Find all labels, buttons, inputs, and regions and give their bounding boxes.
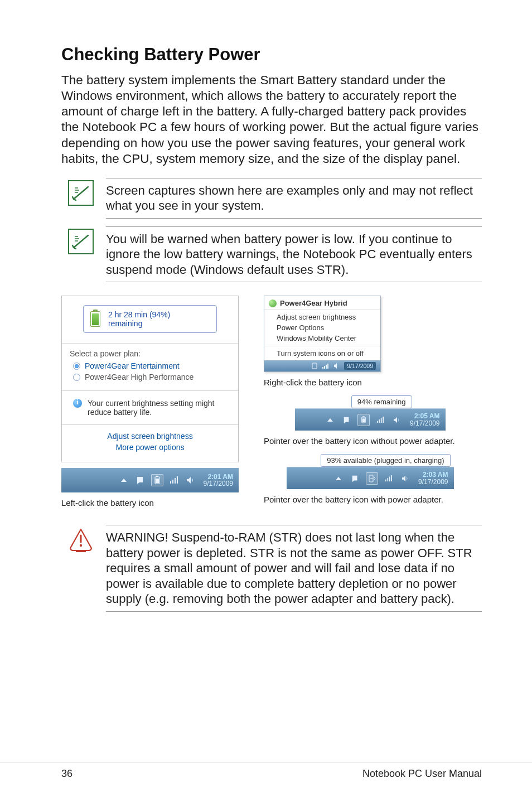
svg-rect-6 [177, 476, 178, 484]
brightness-info-text: Your current brightness setting might re… [88, 399, 229, 417]
battery-tray-icon[interactable] [357, 414, 370, 426]
battery-tooltip-93: 93% available (plugged in, charging) [321, 454, 450, 467]
svg-rect-5 [175, 478, 176, 484]
battery-remaining-balloon: 2 hr 28 min (94%) remaining [83, 305, 217, 333]
svg-rect-18 [383, 417, 384, 423]
plan-option-label: Power4Gear High Performance [85, 373, 194, 381]
svg-rect-4 [172, 480, 173, 484]
svg-rect-14 [362, 418, 365, 422]
volume-icon[interactable] [333, 362, 341, 370]
battery-charging-tray-icon[interactable] [366, 472, 378, 485]
svg-rect-15 [377, 421, 378, 422]
svg-rect-7 [312, 363, 317, 369]
cm-adjust-brightness[interactable]: Adjust screen brightness [277, 312, 380, 322]
note-text-2: You will be warned when battery power is… [106, 226, 482, 283]
radio-unchecked-icon [73, 374, 80, 381]
tray-clock[interactable]: 2:01 AM 9/17/2009 [201, 474, 233, 487]
page-number: 36 [61, 768, 72, 780]
svg-rect-9 [324, 366, 325, 369]
svg-rect-16 [379, 419, 380, 423]
action-center-icon[interactable] [349, 472, 361, 485]
note-block-2: You will be warned when battery power is… [68, 226, 482, 283]
taskbar-nopower: 2:05 AM 9/17/2009 [295, 408, 446, 431]
power4gear-icon [269, 299, 277, 307]
plan-option-high-performance[interactable]: Power4Gear High Performance [73, 373, 230, 381]
svg-rect-20 [385, 479, 386, 481]
network-icon[interactable] [383, 472, 395, 485]
network-icon[interactable] [168, 474, 180, 486]
svg-rect-1 [156, 476, 158, 477]
warning-icon [68, 527, 94, 553]
battery-popup-panel: 2 hr 28 min (94%) remaining Select a pow… [61, 296, 239, 462]
plan-option-entertainment[interactable]: Power4Gear Entertainment [73, 361, 230, 370]
taskbar-left: 2:01 AM 9/17/2009 [61, 468, 239, 492]
show-hidden-icons[interactable] [332, 472, 345, 485]
svg-rect-23 [391, 475, 392, 481]
network-icon[interactable] [374, 414, 386, 426]
adjust-brightness-link[interactable]: Adjust screen brightness [62, 432, 238, 441]
radio-checked-icon [73, 363, 80, 370]
power-plan-label: Select a power plan: [70, 349, 230, 358]
battery-tray-icon[interactable] [151, 474, 163, 486]
cm-turn-system-icons[interactable]: Turn system icons on or off [277, 349, 380, 357]
context-menu-title: Power4Gear Hybrid [280, 299, 347, 307]
cm-power-options[interactable]: Power Options [277, 322, 380, 333]
caption-right-3: Pointer over the battery icon with power… [264, 495, 482, 505]
svg-rect-3 [170, 481, 171, 484]
info-icon [73, 399, 82, 408]
svg-rect-10 [326, 365, 327, 369]
note-block-1: Screen captures shown here are examples … [68, 178, 482, 219]
battery-remaining-text: 2 hr 28 min (94%) remaining [108, 310, 206, 328]
action-center-icon[interactable] [134, 474, 147, 486]
battery-full-icon [90, 311, 100, 327]
note-text-1: Screen captures shown here are examples … [106, 178, 482, 219]
section-title: Checking Battery Power [61, 45, 482, 65]
svg-rect-11 [327, 364, 328, 369]
show-hidden-icons[interactable] [118, 474, 130, 486]
battery-tooltip-94: 94% remaining [351, 395, 412, 408]
body-paragraph: The battery system implements the Smart … [61, 73, 482, 167]
svg-rect-2 [156, 479, 159, 483]
plan-option-label: Power4Gear Entertainment [85, 361, 180, 370]
warning-block: WARNING! Suspend-to-RAM (STR) does not l… [68, 525, 482, 612]
battery-context-menu: Power4Gear Hybrid Adjust screen brightne… [264, 296, 381, 372]
tray-clock[interactable]: 2:03 AM 9/17/2009 [416, 471, 448, 485]
volume-icon[interactable] [391, 414, 403, 426]
caption-right-2: Pointer over the battery icon without po… [264, 436, 482, 446]
action-center-icon[interactable] [341, 414, 353, 426]
more-power-options-link[interactable]: More power options [62, 443, 238, 452]
manual-title: Notebook PC User Manual [362, 768, 482, 780]
warning-text: WARNING! Suspend-to-RAM (STR) does not l… [106, 525, 482, 612]
note-icon [68, 229, 94, 254]
network-icon[interactable] [322, 362, 330, 370]
svg-rect-8 [322, 367, 323, 369]
svg-rect-17 [381, 418, 382, 423]
volume-icon[interactable] [185, 474, 197, 486]
battery-tray-icon[interactable] [311, 362, 318, 370]
tray-clock[interactable]: 2:05 AM 9/17/2009 [408, 413, 439, 427]
show-hidden-icons[interactable] [324, 414, 336, 426]
svg-point-24 [80, 544, 82, 547]
page-footer: 36 Notebook PC User Manual [0, 762, 532, 780]
svg-rect-13 [362, 416, 364, 417]
volume-icon[interactable] [399, 472, 412, 485]
note-icon [68, 180, 94, 206]
svg-rect-21 [388, 478, 389, 481]
cm-mobility-center[interactable]: Windows Mobility Center [277, 333, 380, 344]
taskbar-charging: 2:03 AM 9/17/2009 [287, 467, 454, 489]
svg-rect-22 [389, 476, 390, 481]
caption-left: Left-click the battery icon [61, 498, 248, 508]
context-menu-date: 9/17/2009 [344, 362, 376, 370]
caption-right-1: Right-click the battery icon [264, 378, 482, 388]
figure-row: 2 hr 28 min (94%) remaining Select a pow… [61, 296, 482, 508]
